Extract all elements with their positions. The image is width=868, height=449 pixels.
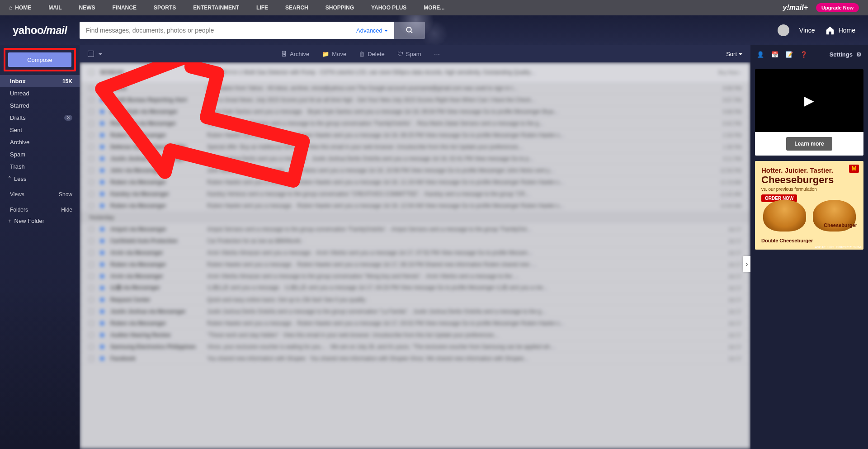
row-checkbox[interactable] [89, 321, 94, 326]
folders-hide-toggle[interactable]: Hide [61, 207, 72, 213]
notepad-icon[interactable]: 📝 [786, 51, 793, 58]
learn-more-button[interactable]: Learn more [786, 137, 832, 151]
row-checkbox[interactable] [89, 297, 94, 302]
select-all-checkbox[interactable] [88, 51, 94, 57]
more-actions-button[interactable]: ⋯ [434, 51, 440, 57]
folder-sent[interactable]: Sent [0, 124, 80, 136]
compose-button[interactable]: Compose [8, 52, 71, 67]
row-checkbox[interactable] [89, 250, 94, 255]
folder-drafts[interactable]: Drafts3 [0, 112, 80, 124]
message-row[interactable]: Arvin via MessengerArvin Viterbo Almazan… [80, 247, 750, 259]
message-row[interactable]: Defense Gadget Special OfferSpecial offe… [80, 141, 750, 153]
delete-button[interactable]: 🗑Delete [359, 51, 385, 57]
row-checkbox[interactable] [89, 203, 94, 208]
folder-archive[interactable]: Archive [0, 136, 80, 148]
message-row[interactable]: John via MessengerJohn Nicko sent you a … [80, 165, 750, 176]
row-checkbox[interactable] [89, 309, 94, 314]
row-checkbox[interactable] [89, 191, 94, 197]
message-row[interactable]: YahooNotification from Yahoo · All inbox… [80, 82, 750, 94]
row-checkbox[interactable] [89, 132, 94, 138]
row-checkbox[interactable] [89, 227, 94, 232]
row-checkbox[interactable] [89, 332, 94, 338]
message-row[interactable]: Ruben via MessengerRuben Hawke sent you … [80, 259, 750, 270]
message-row[interactable]: Ruben via MessengerRuben Hawke sent you … [80, 129, 750, 141]
search-button[interactable] [394, 22, 425, 39]
message-row[interactable]: Samsung Electronics PhilippinesVince, yo… [80, 341, 750, 353]
row-checkbox[interactable] [89, 121, 94, 126]
ad-row[interactable]: BOSEANAd · S-600M 4 in 1 Multi Gas Detec… [80, 62, 750, 82]
folder-trash[interactable]: Trash [0, 161, 80, 173]
row-checkbox[interactable] [89, 180, 94, 185]
advanced-search-toggle[interactable]: Advanced [350, 22, 394, 39]
row-checkbox[interactable] [89, 238, 94, 244]
message-row[interactable]: Ruben via MessengerRuben Hawke sent you … [80, 317, 750, 329]
views-show-toggle[interactable]: Show [59, 191, 72, 198]
expand-rail-handle[interactable]: › [743, 256, 750, 272]
folder-inbox[interactable]: Inbox15K [0, 75, 80, 87]
message-row[interactable]: FacebookYou shared new information with … [80, 353, 750, 364]
row-checkbox[interactable] [89, 97, 94, 103]
nav-entertainment[interactable]: ENTERTAINMENT [193, 5, 239, 11]
row-checkbox[interactable] [89, 144, 94, 150]
new-folder-button[interactable]: + New Folder [0, 216, 80, 227]
home-link[interactable]: Home [825, 25, 855, 35]
help-icon[interactable]: ❓ [800, 51, 807, 58]
message-row[interactable]: Ampot via MessengerAmpot Serrano sent a … [80, 223, 750, 235]
message-row[interactable]: Riza Marie via MessengerRiza Marie Zabat… [80, 118, 750, 129]
message-row[interactable]: CarShield Auto ProtectionCar Protection … [80, 235, 750, 247]
row-checkbox[interactable] [89, 262, 94, 267]
search-input[interactable] [80, 22, 350, 39]
message-row[interactable]: Audien Hearing Review"These work and sta… [80, 329, 750, 341]
nav-life[interactable]: LIFE [256, 5, 268, 11]
folder-starred[interactable]: Starred [0, 99, 80, 112]
folder-spam[interactable]: Spam [0, 148, 80, 161]
row-checkbox[interactable] [89, 274, 94, 279]
nav-finance[interactable]: FINANCE [113, 5, 137, 11]
nav-sports[interactable]: SPORTS [154, 5, 176, 11]
nav-search[interactable]: SEARCH [285, 5, 308, 11]
yahoo-mail-logo[interactable]: yahoo/mail [13, 24, 80, 37]
nav-news[interactable]: NEWS [79, 5, 95, 11]
archive-button[interactable]: 🗄Archive [281, 51, 309, 57]
message-row[interactable]: Ruben via MessengerRuben Hawke sent you … [80, 176, 750, 188]
message-row[interactable]: Justin Joshua via MessengerJustin Joshua… [80, 306, 750, 317]
user-name[interactable]: Vince [799, 27, 815, 34]
row-checkbox[interactable] [89, 109, 94, 114]
message-list[interactable]: BOSEANAd · S-600M 4 in 1 Multi Gas Detec… [80, 62, 750, 449]
nav-more[interactable]: MORE... [424, 5, 444, 11]
nav-home[interactable]: ⌂ HOME [9, 5, 31, 11]
sort-toggle[interactable]: Sort [726, 51, 742, 57]
row-checkbox[interactable] [89, 344, 94, 350]
nav-mail[interactable]: MAIL [48, 5, 61, 11]
nav-shopping[interactable]: SHOPPING [326, 5, 354, 11]
folder-unread[interactable]: Unread [0, 87, 80, 99]
message-row[interactable]: Credit Bureau Reporting AlertThis is Gre… [80, 94, 750, 106]
row-checkbox[interactable] [89, 168, 94, 173]
message-row[interactable]: Request CenterQuick and easy online loan… [80, 294, 750, 306]
video-player[interactable]: ▶ [755, 69, 863, 132]
unread-dot-icon [100, 133, 104, 137]
display-ad[interactable]: M Hotter. Juicier. Tastier. Cheeseburger… [755, 161, 863, 250]
spam-button[interactable]: 🛡Spam [397, 51, 421, 57]
move-button[interactable]: 📁Move [322, 51, 346, 57]
row-checkbox[interactable] [89, 70, 94, 75]
row-checkbox[interactable] [89, 285, 94, 291]
message-row[interactable]: Arvin via MessengerArvin Viterbo Almazan… [80, 270, 750, 282]
row-checkbox[interactable] [89, 156, 94, 161]
message-row[interactable]: Ruben via MessengerRuben Hawke sent you … [80, 200, 750, 212]
upgrade-now-button[interactable]: Upgrade Now [816, 3, 859, 12]
video-ad[interactable]: ▶ Learn more [755, 69, 863, 156]
user-avatar[interactable] [778, 24, 789, 36]
row-checkbox[interactable] [89, 85, 94, 91]
contacts-icon[interactable]: 👤 [757, 51, 764, 58]
nav-yahooplus[interactable]: YAHOO PLUS [371, 5, 406, 11]
message-row[interactable]: Bryan Kyle via MessengerBryan Kyle Santo… [80, 106, 750, 118]
row-checkbox[interactable] [89, 356, 94, 361]
select-dropdown-icon[interactable] [99, 51, 102, 57]
settings-button[interactable]: Settings ⚙ [830, 51, 862, 58]
message-row[interactable]: 仏壇 via Messenger仏壇仏具 sent you a message.… [80, 282, 750, 294]
message-row[interactable]: Justin Joshua via MessengerJustin Joshua… [80, 153, 750, 165]
message-row[interactable]: Kandoy via MessengerKandoy Ventoso sent … [80, 188, 750, 200]
less-toggle[interactable]: ˄ Less [0, 173, 80, 185]
calendar-icon[interactable]: 📅 [771, 51, 778, 58]
